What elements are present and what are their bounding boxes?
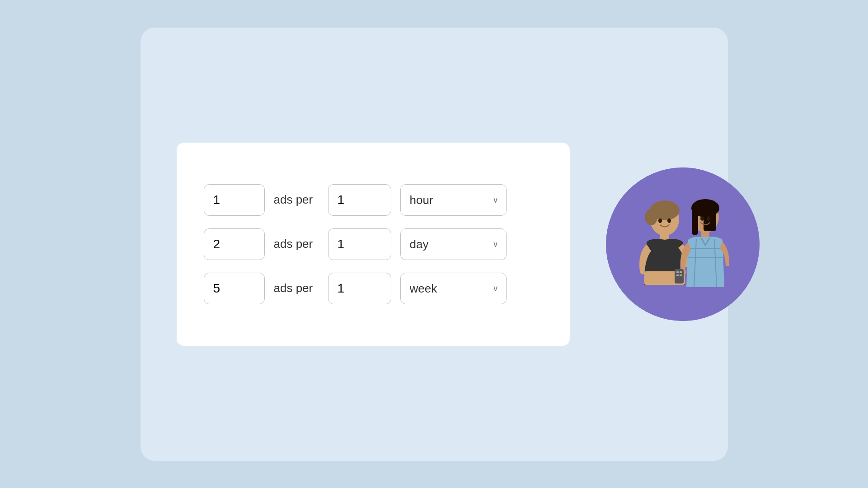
time-unit-select-2[interactable]: hour day week month (400, 228, 507, 260)
ads-per-label-3: ads per (274, 281, 319, 295)
time-unit-select-3[interactable]: hour day week month (400, 273, 507, 304)
svg-rect-19 (676, 274, 679, 276)
people-svg (606, 167, 760, 321)
svg-point-21 (700, 216, 704, 221)
outer-card: ads per hour day week month ∨ ads per ho… (141, 28, 728, 461)
time-unit-wrapper-1: hour day week month ∨ (400, 184, 507, 216)
time-unit-wrapper-3: hour day week month ∨ (400, 273, 507, 304)
inner-card: ads per hour day week month ∨ ads per ho… (177, 143, 570, 346)
svg-rect-18 (680, 271, 682, 273)
svg-rect-20 (680, 274, 682, 276)
period-count-input-1[interactable] (328, 184, 391, 216)
frequency-row-1: ads per hour day week month ∨ (204, 184, 543, 216)
frequency-row-3: ads per hour day week month ∨ (204, 273, 543, 304)
period-count-input-2[interactable] (328, 228, 391, 260)
svg-rect-17 (676, 271, 679, 273)
ads-per-label-1: ads per (274, 193, 319, 207)
time-unit-select-1[interactable]: hour day week month (400, 184, 507, 216)
frequency-row-2: ads per hour day week month ∨ (204, 228, 543, 260)
ads-count-input-2[interactable] (204, 228, 265, 260)
svg-rect-8 (692, 208, 698, 235)
people-illustration (606, 167, 760, 321)
ads-count-input-3[interactable] (204, 273, 265, 304)
svg-point-3 (645, 209, 657, 225)
ads-count-input-1[interactable] (204, 184, 265, 216)
time-unit-wrapper-2: hour day week month ∨ (400, 228, 507, 260)
period-count-input-3[interactable] (328, 273, 391, 304)
svg-point-23 (658, 218, 662, 223)
svg-point-24 (667, 218, 671, 223)
ads-per-label-2: ads per (274, 237, 319, 251)
svg-point-22 (707, 216, 710, 221)
svg-rect-16 (675, 269, 684, 284)
